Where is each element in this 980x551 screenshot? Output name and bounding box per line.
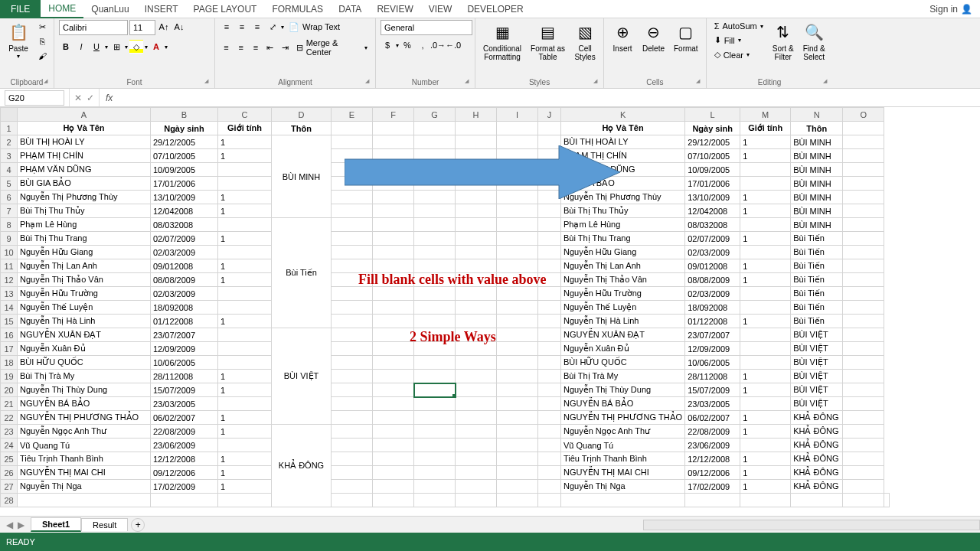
cell-E28[interactable] xyxy=(373,494,414,507)
cell-E15[interactable] xyxy=(332,315,373,328)
cell-L5[interactable]: 17/01/2006 xyxy=(685,177,740,191)
cell-L23[interactable]: 22/08/2009 xyxy=(685,425,740,439)
cell-G25[interactable] xyxy=(414,452,456,466)
cell-D2[interactable]: BÙI MINH xyxy=(272,135,332,218)
cell-M2[interactable]: 1 xyxy=(740,135,791,149)
cell-J16[interactable] xyxy=(538,328,561,342)
cell-M19[interactable]: 1 xyxy=(740,370,791,383)
fx-icon[interactable]: fx xyxy=(100,93,119,103)
cell-J20[interactable] xyxy=(538,383,561,397)
cell-I2[interactable] xyxy=(497,135,538,149)
cell-B4[interactable]: 10/09/2005 xyxy=(151,163,218,177)
cell-I15[interactable] xyxy=(497,315,538,328)
cell-O1[interactable] xyxy=(843,122,884,135)
cell-H2[interactable] xyxy=(456,135,497,149)
cell-I16[interactable] xyxy=(497,328,538,342)
cell-C10[interactable] xyxy=(218,246,272,259)
cell-L11[interactable]: 09/012008 xyxy=(685,259,740,273)
underline-button[interactable]: U xyxy=(90,40,103,54)
cell-A5[interactable]: BÙI GIA BẢO xyxy=(18,177,151,191)
font-color-button[interactable]: A xyxy=(149,40,163,54)
tab-data[interactable]: DATA xyxy=(331,1,369,18)
cell-O16[interactable] xyxy=(843,328,884,342)
cell-K13[interactable]: Nguyễn Hữu Trường xyxy=(561,287,685,301)
cell-K12[interactable]: Nguyễn Thị Thảo Vân xyxy=(561,273,685,287)
cell-O9[interactable] xyxy=(843,232,884,246)
cell-J10[interactable] xyxy=(538,246,561,259)
cell-B11[interactable]: 09/012008 xyxy=(151,259,218,273)
cell-K28[interactable] xyxy=(685,494,740,507)
cell-A24[interactable]: Vũ Quang Tú xyxy=(18,439,151,452)
cell-A2[interactable]: BÙI THỊ HOÀI LY xyxy=(18,135,151,149)
cell-A4[interactable]: PHẠM VĂN DŨNG xyxy=(18,163,151,177)
cell-F10[interactable] xyxy=(373,246,414,259)
name-box[interactable] xyxy=(5,90,64,106)
cell-C18[interactable] xyxy=(218,356,272,370)
wrap-text-button[interactable]: 📄Wrap Text xyxy=(286,21,343,34)
increase-decimal-button[interactable]: .0→ xyxy=(431,38,445,52)
cell-F28[interactable] xyxy=(414,494,456,507)
cell-G8[interactable] xyxy=(414,218,456,232)
sign-in-link[interactable]: Sign in👤 xyxy=(929,4,972,15)
cell-O13[interactable] xyxy=(843,287,884,301)
cell-B2[interactable]: 29/12/2005 xyxy=(151,135,218,149)
cell-C4[interactable] xyxy=(218,163,272,177)
cell-B24[interactable]: 23/06/2009 xyxy=(151,439,218,452)
cell-G3[interactable] xyxy=(414,149,456,163)
border-button[interactable]: ⊞ xyxy=(109,40,123,54)
col-header-M[interactable]: M xyxy=(740,108,791,122)
cell-L3[interactable]: 07/10/2005 xyxy=(685,149,740,163)
cell-A14[interactable]: Nguyễn Thế Luyện xyxy=(18,301,151,315)
cell-N8[interactable]: BÙI MINH xyxy=(791,218,843,232)
cell-A8[interactable]: Phạm Lê Hùng xyxy=(18,218,151,232)
cell-E22[interactable] xyxy=(332,411,373,425)
cell-E1[interactable] xyxy=(332,122,373,135)
cell-O17[interactable] xyxy=(843,342,884,356)
tab-quanluu[interactable]: QuanLuu xyxy=(83,1,136,18)
cell-H5[interactable] xyxy=(456,177,497,191)
formula-input[interactable] xyxy=(119,90,980,106)
cell-I14[interactable] xyxy=(497,301,538,315)
cell-C19[interactable]: 1 xyxy=(218,370,272,383)
cell-N22[interactable]: KHẢ ĐÔNG xyxy=(791,411,843,425)
cell-O5[interactable] xyxy=(843,177,884,191)
cell-F24[interactable] xyxy=(373,439,414,452)
cell-E19[interactable] xyxy=(332,370,373,383)
cell-I6[interactable] xyxy=(497,191,538,204)
cell-H15[interactable] xyxy=(456,315,497,328)
cell-N16[interactable]: BÙI VIỆT xyxy=(791,328,843,342)
conditional-formatting-button[interactable]: ▦Conditional Formatting xyxy=(480,20,524,63)
cell-H24[interactable] xyxy=(456,439,497,452)
cell-F27[interactable] xyxy=(373,480,414,494)
cell-F15[interactable] xyxy=(373,315,414,328)
cell-A13[interactable]: Nguyễn Hữu Trường xyxy=(18,287,151,301)
cell-B21[interactable]: 23/03/2005 xyxy=(151,397,218,411)
cell-M1[interactable]: Giới tính xyxy=(740,122,791,135)
cell-B25[interactable]: 12/12/2008 xyxy=(151,452,218,466)
tab-home[interactable]: HOME xyxy=(41,0,83,18)
col-header-I[interactable]: I xyxy=(497,108,538,122)
row-header-11[interactable]: 11 xyxy=(1,259,18,273)
cell-B5[interactable]: 17/01/2006 xyxy=(151,177,218,191)
cell-K19[interactable]: Bùi Thị Trà My xyxy=(561,370,685,383)
cell-J18[interactable] xyxy=(538,356,561,370)
cell-C25[interactable]: 1 xyxy=(218,452,272,466)
cell-E9[interactable] xyxy=(332,232,373,246)
cell-N1[interactable]: Thôn xyxy=(791,122,843,135)
cell-H28[interactable] xyxy=(497,494,538,507)
cell-L13[interactable]: 02/03/2009 xyxy=(685,287,740,301)
cell-A20[interactable]: Nguyễn Thị Thùy Dung xyxy=(18,383,151,397)
col-header-G[interactable]: G xyxy=(414,108,456,122)
cell-H18[interactable] xyxy=(456,356,497,370)
cell-F18[interactable] xyxy=(373,356,414,370)
cell-G11[interactable] xyxy=(414,259,456,273)
cell-J21[interactable] xyxy=(538,397,561,411)
col-header-N[interactable]: N xyxy=(791,108,843,122)
cell-N26[interactable]: KHẢ ĐÔNG xyxy=(791,466,843,480)
row-header-9[interactable]: 9 xyxy=(1,232,18,246)
cell-N3[interactable]: BÙI MINH xyxy=(791,149,843,163)
cell-A15[interactable]: Nguyễn Thị Hà Linh xyxy=(18,315,151,328)
align-center-icon[interactable]: ≡ xyxy=(234,41,247,54)
decrease-font-icon[interactable]: A↓ xyxy=(172,20,186,34)
font-name-combo[interactable] xyxy=(59,20,128,35)
